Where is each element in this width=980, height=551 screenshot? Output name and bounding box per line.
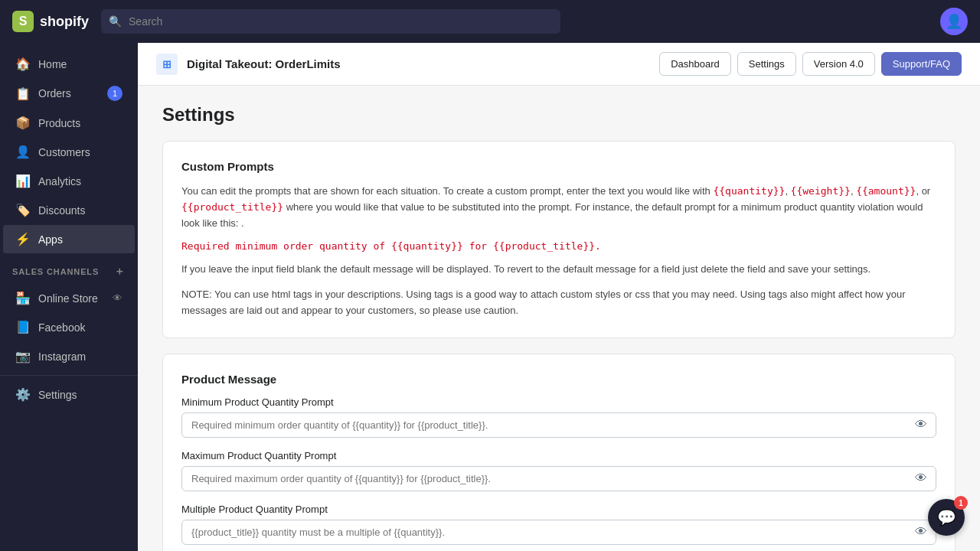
max-product-qty-input[interactable] (181, 466, 936, 491)
custom-prompts-card: Custom Prompts You can edit the prompts … (162, 141, 956, 338)
chat-bubble[interactable]: 💬 1 (928, 499, 965, 536)
sidebar-label-customers: Customers (38, 146, 90, 158)
instagram-icon: 📷 (15, 349, 31, 364)
max-product-qty-wrap: 👁 (181, 466, 936, 491)
chat-icon: 💬 (937, 508, 956, 527)
online-store-eye-icon[interactable]: 👁 (113, 292, 122, 304)
max-product-qty-eye-icon[interactable]: 👁 (915, 471, 927, 485)
var-amount: {{amount}} (856, 185, 916, 197)
app-header: ⊞ Digital Takeout: OrderLimits Dashboard… (138, 43, 980, 86)
sidebar-label-orders: Orders (38, 87, 71, 99)
layout: 🏠 Home 📋 Orders 1 📦 Products 👤 Customers… (0, 43, 980, 551)
page-content: Settings Custom Prompts You can edit the… (138, 86, 980, 551)
max-product-qty-group: Maximum Product Quantity Prompt 👁 (181, 450, 936, 491)
version-button[interactable]: Version 4.0 (802, 52, 875, 76)
multiple-product-qty-label: Multiple Product Quantity Prompt (181, 504, 936, 515)
sidebar-item-customers[interactable]: 👤 Customers (3, 138, 135, 166)
settings-button[interactable]: Settings (737, 52, 796, 76)
product-message-title: Product Message (181, 373, 936, 386)
dashboard-button[interactable]: Dashboard (659, 52, 731, 76)
sidebar-item-discounts[interactable]: 🏷️ Discounts (3, 196, 135, 224)
sidebar-item-instagram[interactable]: 📷 Instagram (3, 342, 135, 370)
min-product-qty-input[interactable] (181, 412, 936, 438)
orders-icon: 📋 (15, 86, 31, 101)
shopify-logo-icon: S (12, 11, 34, 32)
custom-prompts-title: Custom Prompts (181, 160, 936, 173)
page-title: Settings (162, 104, 956, 126)
sidebar-item-products[interactable]: 📦 Products (3, 109, 135, 137)
discounts-icon: 🏷️ (15, 203, 31, 217)
multiple-product-qty-eye-icon[interactable]: 👁 (915, 525, 927, 539)
sidebar-label-facebook: Facebook (38, 321, 85, 334)
min-product-qty-label: Minimum Product Quantity Prompt (181, 396, 936, 408)
sidebar-label-online-store: Online Store (38, 292, 98, 305)
home-icon: 🏠 (15, 57, 31, 71)
support-button[interactable]: Support/FAQ (881, 52, 962, 76)
min-product-qty-eye-icon[interactable]: 👁 (915, 418, 927, 432)
multiple-product-qty-group: Multiple Product Quantity Prompt 👁 (181, 504, 936, 545)
search-icon: 🔍 (109, 15, 122, 28)
sidebar-item-online-store[interactable]: 🏪 Online Store 👁 (3, 284, 135, 312)
settings-icon: ⚙️ (15, 387, 31, 402)
search-input[interactable] (101, 9, 560, 34)
var-quantity: {{quantity}} (713, 185, 785, 197)
var-weight: {{weight}} (791, 185, 851, 197)
sidebar-item-orders[interactable]: 📋 Orders 1 (3, 79, 135, 108)
nav-right: 👤 (940, 8, 968, 35)
shopify-logo-text: shopify (40, 14, 89, 30)
sidebar-label-instagram: Instagram (38, 350, 86, 363)
shopify-logo[interactable]: S shopify (12, 11, 89, 32)
sidebar: 🏠 Home 📋 Orders 1 📦 Products 👤 Customers… (0, 43, 138, 551)
max-product-qty-label: Maximum Product Quantity Prompt (181, 450, 936, 461)
products-icon: 📦 (15, 116, 31, 130)
sidebar-item-analytics[interactable]: 📊 Analytics (3, 167, 135, 195)
sidebar-label-home: Home (38, 58, 67, 70)
channels-section-label: SALES CHANNELS ＋ (0, 254, 138, 283)
app-logo-icon: ⊞ (162, 58, 172, 70)
product-message-card: Product Message Minimum Product Quantity… (162, 354, 956, 551)
example-error-text: Required minimum order quantity of {{qua… (181, 240, 601, 252)
multiple-product-qty-input[interactable] (181, 520, 936, 545)
sidebar-label-products: Products (38, 117, 80, 129)
sidebar-label-settings: Settings (38, 389, 77, 401)
chat-badge: 1 (954, 496, 968, 510)
avatar[interactable]: 👤 (940, 8, 968, 35)
search-bar: 🔍 (101, 9, 560, 34)
orders-badge: 1 (107, 86, 122, 101)
sidebar-label-apps: Apps (38, 233, 63, 246)
multiple-product-qty-wrap: 👁 (181, 520, 936, 545)
app-title: Digital Takeout: OrderLimits (187, 57, 341, 70)
sidebar-item-facebook[interactable]: 📘 Facebook (3, 313, 135, 341)
facebook-icon: 📘 (15, 320, 31, 334)
custom-prompts-intro2: where you would like that value to be su… (181, 201, 923, 229)
app-header-actions: Dashboard Settings Version 4.0 Support/F… (659, 52, 962, 76)
apps-icon: ⚡ (15, 232, 31, 246)
analytics-icon: 📊 (15, 174, 31, 188)
custom-prompts-intro: You can edit the prompts that are shown … (181, 184, 936, 231)
top-navigation: S shopify 🔍 👤 (0, 0, 980, 43)
sidebar-label-analytics: Analytics (38, 175, 81, 187)
min-product-qty-group: Minimum Product Quantity Prompt 👁 (181, 396, 936, 438)
add-channel-icon[interactable]: ＋ (114, 265, 126, 279)
app-logo: ⊞ (156, 54, 178, 75)
var-product-title: {{product_title}} (181, 201, 283, 213)
sidebar-item-apps[interactable]: ⚡ Apps (3, 225, 135, 253)
example-error: Required minimum order quantity of {{qua… (181, 239, 936, 253)
min-product-qty-wrap: 👁 (181, 412, 936, 438)
sidebar-item-home[interactable]: 🏠 Home (3, 50, 135, 78)
online-store-icon: 🏪 (15, 291, 31, 305)
blank-note: If you leave the input field blank the d… (181, 262, 936, 278)
main-content: ⊞ Digital Takeout: OrderLimits Dashboard… (138, 43, 980, 551)
avatar-icon: 👤 (946, 13, 962, 30)
custom-prompts-intro-text: You can edit the prompts that are shown … (181, 185, 710, 197)
sidebar-item-settings[interactable]: ⚙️ Settings (3, 380, 135, 409)
customers-icon: 👤 (15, 145, 31, 159)
channels-label-text: SALES CHANNELS (12, 267, 99, 276)
note-text: NOTE: You can use html tags in your desc… (181, 287, 936, 319)
sidebar-label-discounts: Discounts (38, 204, 85, 217)
